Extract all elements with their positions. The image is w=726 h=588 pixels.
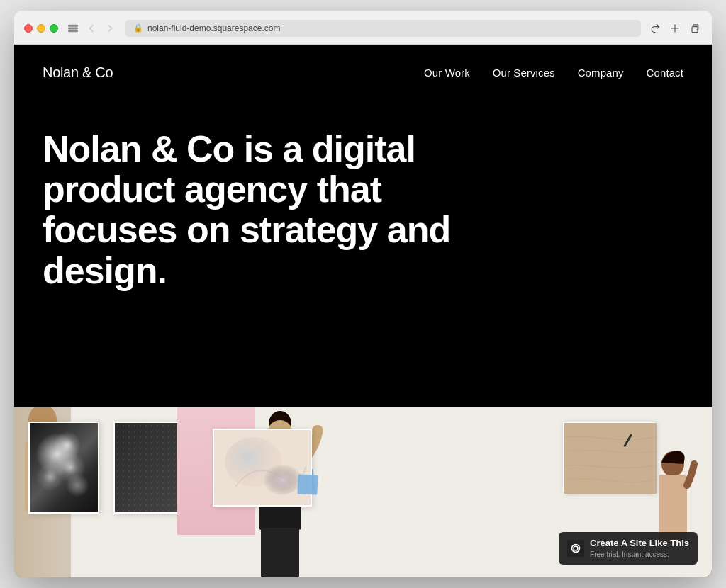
hero-headline: Nolan & Co is a digital product agency t… <box>43 129 525 291</box>
squarespace-logo-icon <box>567 540 584 557</box>
svg-rect-25 <box>567 540 584 557</box>
svg-point-20 <box>253 456 303 496</box>
badge-subtitle: Free trial. Instant access. <box>590 550 689 559</box>
artwork-3-content <box>214 430 311 505</box>
badge-title: Create A Site Like This <box>590 538 689 550</box>
artwork-frame-3 <box>213 429 312 507</box>
close-button[interactable] <box>24 24 33 33</box>
browser-nav-buttons <box>65 22 118 35</box>
artwork-frame-1 <box>28 422 99 514</box>
artwork-frame-2 <box>113 422 184 514</box>
nav-our-work[interactable]: Our Work <box>424 67 470 79</box>
squarespace-badge-text: Create A Site Like This Free trial. Inst… <box>590 538 689 559</box>
svg-rect-24 <box>659 475 687 538</box>
artwork-1-content <box>30 423 98 512</box>
nav-company[interactable]: Company <box>578 67 624 79</box>
minimize-button[interactable] <box>37 24 45 33</box>
svg-rect-0 <box>69 25 77 26</box>
url-text: nolan-fluid-demo.squarespace.com <box>147 23 280 33</box>
nav-our-services[interactable]: Our Services <box>493 67 555 79</box>
traffic-lights <box>24 24 58 33</box>
svg-point-16 <box>312 425 323 436</box>
maximize-button[interactable] <box>50 24 58 33</box>
artwork-frame-4 <box>563 422 655 492</box>
svg-rect-21 <box>564 423 657 494</box>
svg-rect-10 <box>115 423 186 515</box>
lock-icon: 🔒 <box>133 23 143 33</box>
site-header: Nolan & Co Our Work Our Services Company… <box>14 45 712 101</box>
back-button[interactable] <box>84 22 99 35</box>
svg-rect-17 <box>261 528 299 577</box>
svg-rect-1 <box>69 28 77 28</box>
website-content: Nolan & Co Our Work Our Services Company… <box>14 45 712 577</box>
sidebar-toggle-button[interactable] <box>65 22 81 35</box>
svg-rect-2 <box>69 30 77 30</box>
hero-section: Nolan & Co is a digital product agency t… <box>14 101 712 577</box>
site-logo: Nolan & Co <box>43 64 113 81</box>
browser-window: 🔒 nolan-fluid-demo.squarespace.com Nolan… <box>14 11 712 577</box>
address-bar[interactable]: 🔒 nolan-fluid-demo.squarespace.com <box>125 20 641 37</box>
sticky-note-2 <box>297 474 318 494</box>
browser-actions <box>648 21 702 35</box>
browser-chrome: 🔒 nolan-fluid-demo.squarespace.com <box>14 11 712 45</box>
site-nav: Our Work Our Services Company Contact <box>424 67 683 79</box>
duplicate-tab-button[interactable] <box>688 21 702 35</box>
forward-button[interactable] <box>102 22 118 35</box>
nav-contact[interactable]: Contact <box>647 67 683 79</box>
squarespace-badge[interactable]: Create A Site Like This Free trial. Inst… <box>559 532 698 565</box>
artwork-2-content <box>115 423 183 512</box>
new-tab-button[interactable] <box>668 21 682 35</box>
share-button[interactable] <box>648 21 662 35</box>
artwork-4-content <box>564 423 654 491</box>
